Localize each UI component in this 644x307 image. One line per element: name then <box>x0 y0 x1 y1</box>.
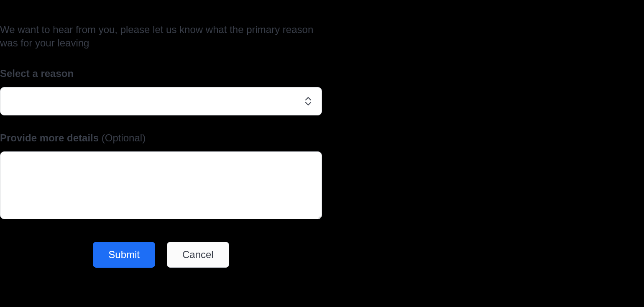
form-intro-text: We want to hear from you, please let us … <box>0 23 322 50</box>
reason-select-wrapper <box>0 87 322 115</box>
details-textarea[interactable] <box>0 151 322 219</box>
details-optional-text: (Optional) <box>102 132 146 143</box>
reason-select[interactable] <box>0 87 322 115</box>
details-label: Provide more details (Optional) <box>0 132 322 144</box>
details-field-group: Provide more details (Optional) <box>0 132 322 221</box>
submit-button[interactable]: Submit <box>93 242 155 268</box>
reason-label: Select a reason <box>0 68 322 79</box>
feedback-form: We want to hear from you, please let us … <box>0 23 322 268</box>
button-row: Submit Cancel <box>0 242 322 268</box>
reason-field-group: Select a reason <box>0 68 322 115</box>
details-label-text: Provide more details <box>0 132 99 143</box>
cancel-button[interactable]: Cancel <box>167 242 229 268</box>
